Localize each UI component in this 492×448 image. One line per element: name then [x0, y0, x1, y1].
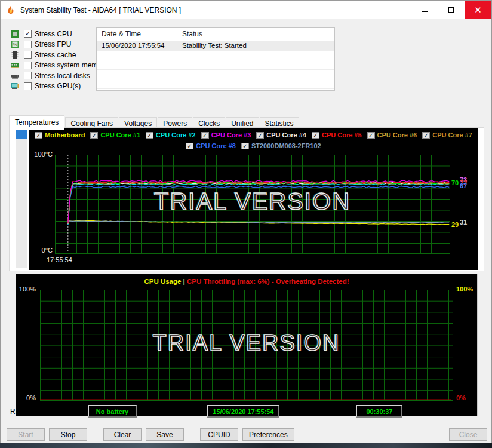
log-status — [177, 70, 182, 79]
elapsed-time-value: 00:30:37 — [356, 405, 402, 418]
clear-button[interactable]: Clear — [103, 428, 142, 441]
log-row-empty — [97, 89, 334, 91]
test-started-label: Test Started: — [152, 407, 192, 416]
stress-option-stress-fpu[interactable]: %Stress FPU — [10, 39, 97, 50]
log-datetime: 15/06/2020 17:55:54 — [97, 41, 177, 50]
elapsed-time-label: Elapsed Time: — [296, 407, 342, 416]
column-header-datetime[interactable]: Date & Time — [97, 28, 177, 41]
log-datetime — [97, 51, 177, 60]
log-status — [177, 79, 182, 88]
gpu-icon — [10, 82, 20, 90]
stress-option-stress-system-memory[interactable]: Stress system memory — [10, 60, 97, 71]
legend-label: CPU Core #6 — [377, 131, 417, 139]
legend-item-cpu-core-6[interactable]: ✓CPU Core #6 — [367, 131, 417, 139]
log-status — [177, 89, 182, 91]
legend-checkbox[interactable]: ✓ — [241, 143, 249, 149]
log-row-empty — [97, 51, 334, 60]
window-title: System Stability Test - AIDA64 [ TRIAL V… — [20, 6, 411, 14]
legend-item-cpu-core-4[interactable]: ✓CPU Core #4 — [256, 131, 306, 139]
legend-checkbox[interactable]: ✓ — [90, 132, 98, 139]
stress-option-checkbox[interactable] — [24, 72, 32, 79]
current-value-label: 31 — [460, 219, 467, 226]
current-value-label: 67 — [460, 182, 467, 189]
temperatures-tab-panel: ✓Motherboard✓CPU Core #1✓CPU Core #2✓CPU… — [9, 127, 484, 271]
temperature-chart: ✓Motherboard✓CPU Core #1✓CPU Core #2✓CPU… — [29, 128, 478, 270]
battery-label: Remaining Battery: — [10, 407, 71, 416]
stress-option-stress-gpu-s-[interactable]: Stress GPU(s) — [10, 81, 97, 92]
stress-option-checkbox[interactable] — [24, 62, 32, 69]
legend-label: CPU Core #8 — [196, 142, 236, 149]
save-button[interactable]: Save — [146, 428, 184, 441]
cache-icon — [10, 51, 20, 59]
close-button: Close — [449, 428, 487, 441]
legend-item-st2000dm008-2fr102[interactable]: ✓ST2000DM008-2FR102 — [241, 142, 321, 149]
legend-item-cpu-core-2[interactable]: ✓CPU Core #2 — [146, 131, 196, 139]
cpu-usage-plot-area: TRIAL VERSION — [40, 290, 453, 401]
legend-checkbox[interactable]: ✓ — [35, 132, 42, 139]
scrollbar-thumb[interactable] — [16, 130, 27, 139]
tab-temperatures[interactable]: Temperatures — [9, 115, 64, 130]
stress-option-label: Stress GPU(s) — [35, 82, 81, 90]
log-status: Stability Test: Started — [177, 41, 247, 50]
legend-item-cpu-core-8[interactable]: ✓CPU Core #8 — [186, 142, 236, 149]
close-window-button[interactable]: ✕ — [465, 1, 491, 19]
legend-label: Motherboard — [45, 131, 85, 139]
log-row-empty — [97, 70, 334, 79]
log-datetime — [97, 89, 177, 91]
test-started-value: 15/06/2020 17:55:54 — [207, 405, 279, 418]
preferences-button[interactable]: Preferences — [242, 428, 294, 441]
stress-option-checkbox[interactable]: ✓ — [24, 30, 32, 38]
maximize-button[interactable] — [438, 1, 465, 19]
x-axis-start-time-label: 17:55:54 — [47, 256, 72, 263]
temperature-legend-row-1: ✓Motherboard✓CPU Core #1✓CPU Core #2✓CPU… — [29, 131, 478, 139]
cpu-usage-title: CPU Usage — [144, 278, 181, 285]
legend-checkbox[interactable]: ✓ — [256, 132, 264, 139]
legend-item-cpu-core-7[interactable]: ✓CPU Core #7 — [422, 131, 472, 139]
log-datetime — [97, 79, 177, 88]
log-status — [177, 60, 182, 69]
cpu-throttling-warning: CPU Throttling (max: 6%) - Overheating D… — [187, 278, 349, 285]
current-value-label: 29 — [451, 221, 459, 228]
button-row: StartStopClearSaveCPUIDPreferencesClose — [1, 425, 492, 443]
legend-checkbox[interactable]: ✓ — [367, 132, 375, 139]
legend-checkbox[interactable]: ✓ — [201, 132, 209, 139]
legend-item-cpu-core-1[interactable]: ✓CPU Core #1 — [90, 131, 140, 139]
title-bar[interactable]: System Stability Test - AIDA64 [ TRIAL V… — [1, 1, 491, 19]
flame-app-icon — [6, 5, 16, 15]
fpu-icon: % — [10, 40, 20, 48]
legend-item-cpu-core-3[interactable]: ✓CPU Core #3 — [201, 131, 251, 139]
stress-option-checkbox[interactable] — [24, 82, 32, 90]
column-header-status[interactable]: Status — [177, 28, 334, 41]
legend-checkbox[interactable]: ✓ — [422, 132, 430, 139]
stress-option-checkbox[interactable] — [24, 41, 32, 48]
cpu-usage-chart: CPU Usage | CPU Throttling (max: 6%) - O… — [16, 274, 478, 416]
stress-options-list: ✓Stress CPU%Stress FPUStress cacheStress… — [10, 29, 97, 91]
legend-checkbox[interactable]: ✓ — [146, 132, 153, 139]
log-datetime — [97, 60, 177, 69]
chart-vertical-scrollbar[interactable] — [16, 130, 27, 268]
stop-button[interactable]: Stop — [49, 428, 87, 441]
cpu-usage-chart-header: CPU Usage | CPU Throttling (max: 6%) - O… — [16, 278, 477, 285]
stress-option-stress-local-disks[interactable]: Stress local disks — [10, 70, 97, 81]
stress-option-stress-cpu[interactable]: ✓Stress CPU — [10, 29, 97, 39]
stress-option-label: Stress CPU — [35, 30, 72, 38]
battery-value: No battery — [88, 405, 137, 418]
log-row-empty — [97, 60, 334, 70]
legend-label: ST2000DM008-2FR102 — [251, 142, 321, 149]
stress-option-checkbox[interactable] — [24, 51, 32, 59]
y-axis-max-label: 100°C — [34, 151, 53, 158]
stability-test-window: System Stability Test - AIDA64 [ TRIAL V… — [0, 0, 492, 443]
stress-option-stress-cache[interactable]: Stress cache — [10, 50, 97, 60]
event-log-table[interactable]: Date & Time Status 15/06/2020 17:55:54St… — [96, 27, 335, 91]
y-axis-min-label: 0°C — [42, 247, 53, 254]
legend-item-motherboard[interactable]: ✓Motherboard — [35, 131, 85, 139]
memory-icon — [10, 61, 20, 69]
event-log-header: Date & Time Status — [97, 28, 334, 41]
legend-item-cpu-core-5[interactable]: ✓CPU Core #5 — [312, 131, 362, 139]
legend-checkbox[interactable]: ✓ — [186, 143, 193, 149]
cpuid-button[interactable]: CPUID — [200, 428, 238, 441]
svg-text:%: % — [13, 42, 17, 47]
legend-checkbox[interactable]: ✓ — [312, 132, 319, 139]
log-row[interactable]: 15/06/2020 17:55:54Stability Test: Start… — [97, 41, 334, 51]
minimize-button[interactable] — [411, 1, 438, 19]
